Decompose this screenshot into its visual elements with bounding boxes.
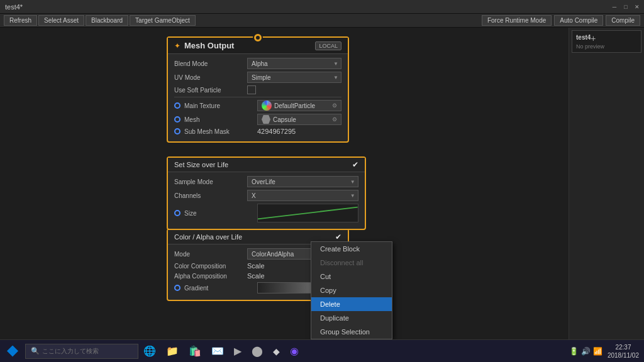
sys-tray: 🔋 🔊 📶 <box>569 347 602 356</box>
soft-particle-row: Use Soft Particle <box>174 85 341 94</box>
minimize-button[interactable]: ─ <box>610 3 619 11</box>
search-icon: 🔍 <box>31 347 40 355</box>
right-panel-title: test4 <box>576 34 591 41</box>
toolbar-right: Force Runtime Mode Auto Compile Compile <box>482 15 640 26</box>
uv-mode-label: UV Mode <box>174 74 243 81</box>
set-size-section: Set Size over Life ✔ Sample Mode OverLif… <box>167 156 366 230</box>
context-menu: Create Block Disconnect all Cut Copy Del… <box>311 241 392 339</box>
uv-mode-field[interactable]: Simple ▼ <box>247 72 341 83</box>
size-graph[interactable] <box>257 204 358 222</box>
refresh-button[interactable]: Refresh <box>4 15 37 26</box>
search-bar[interactable]: 🔍 <box>25 344 138 359</box>
mesh-field[interactable]: Capsule ⚙ <box>257 114 341 125</box>
divider-1 <box>174 97 341 97</box>
alpha-comp-value: Scale <box>247 272 265 280</box>
ctx-disconnect-all: Disconnect all <box>311 256 392 270</box>
node-body: Blend Mode Alpha ▼ UV Mode Simple ▼ <box>168 54 348 141</box>
ctx-create-block[interactable]: Create Block <box>311 242 392 256</box>
add-button[interactable]: + <box>591 33 596 43</box>
gradient-label: Gradient <box>184 285 253 292</box>
chrome-icon[interactable]: ⬤ <box>247 340 268 363</box>
color-alpha-title: Color / Alpha over Life <box>174 233 242 241</box>
store-icon[interactable]: 🛍️ <box>184 340 206 363</box>
node-icon: ✦ <box>174 41 180 50</box>
clock-date: 2018/11/02 <box>608 351 639 359</box>
gradient-radio[interactable] <box>174 285 180 291</box>
clock[interactable]: 22:37 2018/11/02 <box>608 343 639 359</box>
ctx-duplicate[interactable]: Duplicate <box>311 311 392 325</box>
edge-icon[interactable]: 🌐 <box>138 340 161 363</box>
select-asset-button[interactable]: Select Asset <box>38 15 84 26</box>
color-comp-value: Scale <box>247 262 265 270</box>
folder-icon[interactable]: 📁 <box>161 340 184 363</box>
blend-mode-value: Alpha <box>252 60 268 67</box>
ctx-delete[interactable]: Delete <box>311 297 392 311</box>
size-row: Size <box>174 204 358 222</box>
uv-mode-value: Simple <box>252 74 271 81</box>
set-size-header: Set Size over Life ✔ <box>168 158 365 172</box>
main-texture-settings[interactable]: ⚙ <box>332 102 337 109</box>
mode-label: Mode <box>174 251 243 258</box>
maximize-button[interactable]: □ <box>621 3 630 11</box>
taskbar: 🔍 🌐 📁 🛍️ ✉️ ▶ ⬤ ◆ ◉ 🔋 🔊 📶 22:37 2018/11/… <box>0 339 644 362</box>
vs-icon[interactable]: ◉ <box>285 340 304 363</box>
channels-value: X <box>252 192 256 199</box>
sub-mesh-row: Sub Mesh Mask 4294967295 <box>174 128 341 135</box>
connector-top[interactable] <box>253 33 263 43</box>
color-alpha-check[interactable]: ✔ <box>335 233 341 241</box>
blackboard-button[interactable]: Blackboard <box>86 15 128 26</box>
local-badge: LOCAL <box>315 41 341 50</box>
mesh-radio[interactable] <box>174 116 180 123</box>
tray-volume[interactable]: 🔊 <box>581 347 591 356</box>
main-texture-row: Main Texture DefaultParticle ⚙ <box>174 100 341 111</box>
tray-network[interactable]: 📶 <box>593 347 602 356</box>
auto-compile-button[interactable]: Auto Compile <box>554 15 603 26</box>
soft-particle-checkbox[interactable] <box>247 85 256 94</box>
mesh-value: Capsule <box>273 116 296 123</box>
main-area: ✦ Mesh Output LOCAL Blend Mode Alpha ▼ U… <box>0 28 644 339</box>
main-texture-radio[interactable] <box>174 102 180 109</box>
blend-mode-field[interactable]: Alpha ▼ <box>247 58 341 69</box>
ctx-cut[interactable]: Cut <box>311 270 392 283</box>
clock-time: 22:37 <box>608 343 639 351</box>
toolbar: Refresh Select Asset Blackboard Target G… <box>0 14 644 28</box>
start-button[interactable] <box>0 340 25 363</box>
node-title: Mesh Output <box>184 41 234 50</box>
main-texture-field[interactable]: DefaultParticle ⚙ <box>257 100 341 111</box>
size-radio[interactable] <box>174 210 180 216</box>
title-bar-controls: ─ □ ✕ <box>610 3 641 11</box>
target-gameobject-button[interactable]: Target GameObject <box>130 15 196 26</box>
set-size-check[interactable]: ✔ <box>352 160 358 169</box>
main-texture-value: DefaultParticle <box>274 102 315 109</box>
channels-field[interactable]: X ▼ <box>247 190 358 201</box>
right-panel: test4 + No preview <box>569 28 644 339</box>
blend-mode-row: Blend Mode Alpha ▼ <box>174 58 341 69</box>
sample-mode-label: Sample Mode <box>174 178 243 185</box>
channels-label: Channels <box>174 192 243 199</box>
set-size-title: Set Size over Life <box>174 161 228 168</box>
title-bar: test4* ─ □ ✕ <box>0 0 644 14</box>
search-input[interactable] <box>42 348 118 354</box>
unity-icon[interactable]: ◆ <box>268 340 285 363</box>
main-texture-label: Main Texture <box>184 102 253 109</box>
tray-icon-1[interactable]: 🔋 <box>569 347 579 356</box>
mesh-settings[interactable]: ⚙ <box>332 116 337 123</box>
mail-icon[interactable]: ✉️ <box>206 340 229 363</box>
ctx-group-selection[interactable]: Group Selection <box>311 325 392 339</box>
mesh-row: Mesh Capsule ⚙ <box>174 114 341 125</box>
app1-icon[interactable]: ▶ <box>229 340 247 363</box>
set-size-body: Sample Mode OverLife ▼ Channels X ▼ <box>168 172 365 229</box>
sample-mode-field[interactable]: OverLife ▼ <box>247 176 358 187</box>
ctx-copy[interactable]: Copy <box>311 283 392 297</box>
mesh-output-node: ✦ Mesh Output LOCAL Blend Mode Alpha ▼ U… <box>167 36 349 143</box>
close-button[interactable]: ✕ <box>633 3 641 11</box>
windows-icon <box>7 346 18 357</box>
canvas-area[interactable]: ✦ Mesh Output LOCAL Blend Mode Alpha ▼ U… <box>0 28 569 339</box>
compile-button[interactable]: Compile <box>606 15 640 26</box>
force-runtime-mode-button[interactable]: Force Runtime Mode <box>482 15 552 26</box>
sub-mesh-radio[interactable] <box>174 128 180 134</box>
sub-mesh-label: Sub Mesh Mask <box>184 128 253 135</box>
channels-row: Channels X ▼ <box>174 190 358 201</box>
uv-mode-row: UV Mode Simple ▼ <box>174 72 341 83</box>
size-label: Size <box>184 210 253 217</box>
